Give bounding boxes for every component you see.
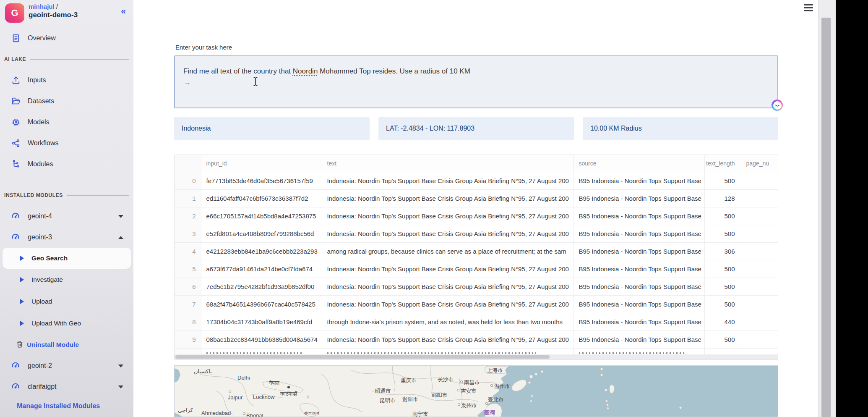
map-place-label: 长沙市 — [438, 376, 454, 383]
ai-lake-nav: InputsDatasetsModelsWorkflowsModules — [0, 70, 133, 175]
map-place-label: Jaipur — [228, 394, 242, 401]
table-cell: 0 — [175, 172, 201, 190]
table-row[interactable]: 817304b04c31743b0aff9a8b19e469cfdthrough… — [175, 313, 778, 331]
uninstall-module-button[interactable]: Uninstall Module — [0, 334, 133, 355]
map-place-label: 邵阳市 — [432, 392, 448, 399]
sidebar-item-geoint-2[interactable]: geoint-2 — [0, 355, 133, 376]
sidebar-item-workflows[interactable]: Workflows — [0, 133, 133, 154]
table-cell: 306 — [704, 243, 741, 260]
table-cell — [741, 260, 778, 278]
sidebar-item-modules[interactable]: Modules — [0, 154, 133, 175]
sidebar-item-label: Modules — [28, 160, 53, 168]
table-row[interactable]: 0fe7713b853de46d0af35e56736157f59Indones… — [175, 172, 778, 190]
section-installed-modules: INSTALLED MODULES — [0, 185, 133, 206]
table-row[interactable]: 2e66c1705157a4f14b5bd8a4e47253875Indones… — [175, 207, 778, 225]
section-title: AI LAKE — [4, 56, 26, 62]
letterbox-bar — [836, 0, 868, 417]
table-cell: 500 — [704, 331, 741, 349]
sidebar-item-geoint-4[interactable]: geoint-4 — [0, 206, 133, 227]
table-row[interactable]: 3e52fd801a4ca408b809ef799288bc56dIndones… — [175, 225, 778, 243]
sidebar-item-label: Workflows — [28, 139, 59, 147]
sidebar-item-overview[interactable]: Overview — [0, 28, 133, 49]
table-cell: Indonesia: Noordin Top's Support Base Cr… — [322, 260, 573, 278]
map-place-label: বাংলাদেশ — [304, 410, 319, 417]
task-input-label: Enter your task here — [175, 44, 232, 51]
hamburger-menu-icon[interactable] — [804, 4, 813, 13]
table-cell: 500 — [704, 260, 741, 278]
table-cell: B95 Indonesia - Noordin Tops Support Bas… — [573, 243, 704, 260]
sidebar-collapse-icon[interactable]: « — [121, 6, 126, 16]
owner-name[interactable]: minhajul — [29, 3, 55, 10]
chevron-down-icon[interactable] — [118, 386, 123, 388]
table-cell — [201, 349, 322, 355]
folder-icon — [11, 96, 21, 106]
map-place-label: 温州市 — [494, 383, 510, 390]
task-input[interactable]: Find me all text of the country that Noo… — [174, 55, 778, 108]
table-cell: 68a2f47b46514396b667cac40c578425 — [201, 296, 322, 313]
chevron-down-icon[interactable] — [118, 215, 123, 218]
map-place-label: 贵阳市 — [402, 396, 418, 403]
table-row[interactable]: 67ed5c1b2795e4282bf1d93a9b852df00Indones… — [175, 278, 778, 296]
project-name[interactable]: geoint-demo-3 — [29, 11, 78, 19]
table-cell: 128 — [704, 190, 741, 207]
submodule-investigate[interactable]: Investigate — [0, 269, 133, 291]
table-cell: Indonesia: Noordin Top's Support Base Cr… — [322, 225, 573, 243]
table-cell — [741, 225, 778, 243]
table-row[interactable]: 5a673f677da91461da214be0cf7fda674Indones… — [175, 260, 778, 278]
scrollbar-thumb[interactable] — [175, 355, 550, 359]
app-logo[interactable]: G — [5, 3, 24, 23]
table-row[interactable]: 908bac1b2ec834491bb6385d0048a5674Indones… — [175, 331, 778, 349]
sidebar-item-models[interactable]: Models — [0, 112, 133, 133]
table-row[interactable]: 1ed11604faff047c6bf5673c36387f7d2Indones… — [175, 190, 778, 207]
table-cell: 500 — [704, 278, 741, 296]
scrollbar-thumb[interactable] — [821, 18, 831, 417]
submodule-upload-with-geo[interactable]: Upload With Geo — [0, 312, 133, 334]
map-place-label: काठमाडौं — [280, 391, 297, 397]
chevron-up-icon[interactable] — [118, 236, 123, 239]
submodule-geo-search[interactable]: Geo Search — [3, 248, 131, 269]
document-icon — [11, 33, 21, 43]
workflow-icon — [11, 138, 21, 148]
table-cell: 2 — [175, 207, 201, 225]
submodule-label: Investigate — [31, 276, 63, 283]
owner-link[interactable]: minhajul / — [29, 3, 58, 10]
table-cell: B95 Indonesia - Noordin Tops Support Bas… — [573, 278, 704, 296]
breadcrumb-slash: / — [56, 3, 58, 10]
sidebar-item-datasets[interactable]: Datasets — [0, 91, 133, 112]
results-table[interactable]: input_idtextsourcetext_lengthpage_nu 0fe… — [174, 155, 778, 360]
sidebar-item-geoint-3[interactable]: geoint-3 — [0, 227, 133, 248]
map-place-label: 臺北市 — [488, 396, 504, 404]
table-cell: B95 Indonesia - Noordin Tops Support Bas… — [573, 172, 704, 190]
manage-installed-modules-link[interactable]: Manage Installed Modules — [0, 397, 133, 415]
map-view[interactable]: پاکستانDelhiनेपालकाठमाडौंJaipurLucknowکر… — [174, 365, 778, 417]
table-cell: B95 Indonesia - Noordin Tops Support Bas… — [573, 313, 704, 331]
table-cell: B95 Indonesia - Noordin Tops Support Bas… — [573, 296, 704, 313]
sidebar-item-inputs[interactable]: Inputs — [0, 70, 133, 91]
chevron-down-icon[interactable] — [118, 365, 123, 367]
dataframe: input_idtextsourcetext_lengthpage_nu 0fe… — [175, 155, 778, 354]
table-row[interactable]: 4e4212283ebb84e1ba9c6cebbb223a293among r… — [175, 243, 778, 260]
gauge-icon — [11, 211, 21, 221]
chip-icon — [11, 117, 21, 127]
table-cell — [741, 313, 778, 331]
table-cell: 8 — [175, 313, 201, 331]
sidebar-item-clarifaigpt[interactable]: clarifaigpt — [0, 376, 133, 397]
uninstall-label: Uninstall Module — [27, 341, 79, 349]
result-chip-0: Indonesia — [174, 117, 370, 140]
table-cell — [175, 349, 201, 355]
table-cell: 7 — [175, 296, 201, 313]
table-cell: 5 — [175, 260, 201, 278]
grammarly-extension-icon[interactable] — [772, 100, 783, 111]
map-place-label: 上海市 — [487, 367, 503, 374]
map-place-label: 臺灣 — [484, 409, 495, 417]
table-cell — [704, 349, 741, 355]
map-place-label: کراچی — [178, 407, 193, 413]
submodule-label: Upload — [31, 298, 52, 305]
table-cell — [741, 190, 778, 207]
play-icon — [20, 321, 24, 326]
table-horizontal-scrollbar[interactable] — [175, 354, 778, 359]
table-cell: 1 — [175, 190, 201, 207]
submodule-upload[interactable]: Upload — [0, 291, 133, 312]
page-scrollbar[interactable] — [818, 0, 836, 417]
table-row[interactable]: 768a2f47b46514396b667cac40c578425Indones… — [175, 296, 778, 313]
